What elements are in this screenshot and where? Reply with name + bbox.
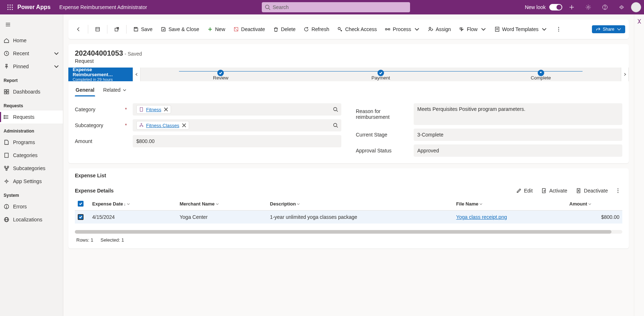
- bpf-stage-complete[interactable]: Complete: [461, 69, 621, 81]
- svg-line-64: [337, 111, 338, 112]
- svg-point-34: [6, 169, 7, 170]
- hierarchy-icon: [139, 123, 144, 128]
- open-new-window-icon[interactable]: [110, 23, 123, 35]
- nav-pinned[interactable]: Pinned: [0, 60, 63, 73]
- deactivate-button[interactable]: Deactivate: [230, 23, 269, 35]
- nav-programs[interactable]: Programs: [0, 136, 63, 149]
- process-button[interactable]: Process: [381, 23, 423, 35]
- file-link[interactable]: Yoga class receipt.png: [456, 214, 507, 220]
- chevron-down-icon[interactable]: [541, 26, 547, 32]
- new-look-toggle[interactable]: [549, 4, 562, 10]
- current-stage-field[interactable]: 3-Complete: [414, 129, 622, 141]
- nav-home-label: Home: [13, 38, 26, 43]
- flow-button[interactable]: Flow: [455, 23, 490, 35]
- bpf-scroll-right[interactable]: [621, 68, 629, 81]
- bpf-scroll-left[interactable]: [133, 68, 141, 81]
- col-merchant[interactable]: Merchant Name: [177, 197, 267, 211]
- tab-general[interactable]: General: [75, 85, 95, 96]
- delete-button[interactable]: Delete: [269, 23, 299, 35]
- bpf-active-stage[interactable]: Expense Reimbursement… Completed in 29 h…: [68, 68, 133, 81]
- nav-home[interactable]: Home: [0, 34, 63, 47]
- svg-point-32: [4, 166, 6, 168]
- settings-icon[interactable]: [581, 0, 596, 14]
- new-button[interactable]: New: [204, 23, 229, 35]
- reason-field[interactable]: Meets Perquisites Positive program param…: [414, 103, 622, 125]
- cell-amount: $800.00: [567, 211, 622, 224]
- deactivate-subgrid-button[interactable]: Deactivate: [573, 186, 611, 195]
- nav-group-requests: Requests: [0, 98, 63, 111]
- chevron-down-icon[interactable]: [54, 64, 59, 69]
- more-commands-icon[interactable]: [553, 23, 564, 35]
- brand-label[interactable]: Power Apps: [17, 4, 51, 10]
- environment-icon[interactable]: [614, 0, 629, 14]
- col-file[interactable]: File Name: [453, 197, 567, 211]
- svg-point-35: [6, 181, 8, 182]
- svg-point-13: [588, 7, 589, 8]
- chevron-down-icon[interactable]: [297, 202, 300, 206]
- svg-point-4: [10, 7, 11, 8]
- nav-collapse-icon[interactable]: [1, 17, 15, 32]
- share-button[interactable]: Share: [592, 25, 625, 33]
- app-launcher-icon[interactable]: [3, 0, 17, 14]
- chevron-down-icon[interactable]: [481, 26, 486, 32]
- bpf-stage-payment[interactable]: Payment: [301, 69, 461, 81]
- user-avatar[interactable]: [631, 2, 641, 12]
- col-amount[interactable]: Amount: [567, 197, 622, 211]
- nav-recent[interactable]: Recent: [0, 47, 63, 60]
- chevron-down-icon[interactable]: [617, 27, 622, 32]
- nav-subcategories[interactable]: Subcategories: [0, 162, 63, 175]
- nav-app-settings[interactable]: App Settings: [0, 175, 63, 188]
- remove-tag-icon[interactable]: [163, 107, 169, 112]
- copilot-icon[interactable]: [636, 18, 643, 26]
- open-record-set-icon[interactable]: [91, 23, 104, 35]
- word-templates-button[interactable]: Word Templates: [491, 23, 551, 35]
- chevron-down-icon[interactable]: [479, 202, 483, 206]
- edit-button[interactable]: Edit: [513, 186, 536, 195]
- horizontal-scrollbar[interactable]: [75, 230, 622, 234]
- save-button[interactable]: Save: [129, 23, 156, 35]
- nav-requests[interactable]: Requests: [0, 111, 63, 124]
- chevron-down-icon[interactable]: [414, 26, 420, 32]
- subcategory-link[interactable]: Fitness Classes: [146, 123, 179, 128]
- col-description[interactable]: Description: [267, 197, 453, 211]
- lookup-search-icon[interactable]: [333, 122, 338, 128]
- nav-localizations[interactable]: Localizations: [0, 213, 63, 226]
- amount-field[interactable]: $800.00: [133, 135, 341, 147]
- lookup-search-icon[interactable]: [333, 107, 338, 112]
- back-button[interactable]: [72, 23, 85, 35]
- table-row[interactable]: 4/15/2024 Yoga Center 1-year unlimited y…: [75, 211, 622, 224]
- chevron-down-icon[interactable]: [216, 202, 219, 206]
- svg-rect-52: [385, 29, 387, 30]
- subgrid-more-icon[interactable]: [614, 186, 622, 195]
- bpf-stage-review[interactable]: Review: [141, 69, 301, 81]
- approval-status-field[interactable]: Approved: [414, 144, 622, 157]
- nav-group-report: Report: [0, 73, 63, 85]
- nav-dashboards[interactable]: Dashboards: [0, 85, 63, 98]
- check-icon: [378, 70, 384, 76]
- svg-point-50: [338, 27, 340, 30]
- row-checkbox[interactable]: [78, 214, 84, 220]
- global-search-input[interactable]: [262, 2, 410, 12]
- save-close-button[interactable]: Save & Close: [157, 23, 203, 35]
- chevron-down-icon[interactable]: [127, 202, 130, 206]
- select-all-checkbox[interactable]: [78, 201, 84, 207]
- activate-button[interactable]: Activate: [538, 186, 570, 195]
- chevron-down-icon[interactable]: [54, 51, 59, 56]
- tab-related[interactable]: Related: [102, 85, 127, 96]
- add-icon[interactable]: [564, 0, 579, 14]
- chevron-down-icon[interactable]: [588, 202, 592, 206]
- refresh-button[interactable]: Refresh: [300, 23, 333, 35]
- assign-button[interactable]: Assign: [424, 23, 455, 35]
- svg-point-59: [558, 27, 559, 28]
- category-link[interactable]: Fitness: [146, 107, 161, 112]
- category-field[interactable]: Fitness: [133, 103, 341, 116]
- svg-point-75: [618, 190, 618, 191]
- check-access-button[interactable]: Check Access: [333, 23, 380, 35]
- nav-categories[interactable]: Categories: [0, 149, 63, 162]
- nav-errors[interactable]: Errors: [0, 200, 63, 213]
- remove-tag-icon[interactable]: [182, 123, 187, 128]
- subcategory-field[interactable]: Fitness Classes: [133, 119, 341, 131]
- col-expense-date[interactable]: Expense Date↓: [89, 197, 177, 211]
- expense-grid: Expense Date↓ Merchant Name Description …: [75, 197, 622, 224]
- help-icon[interactable]: [598, 0, 612, 14]
